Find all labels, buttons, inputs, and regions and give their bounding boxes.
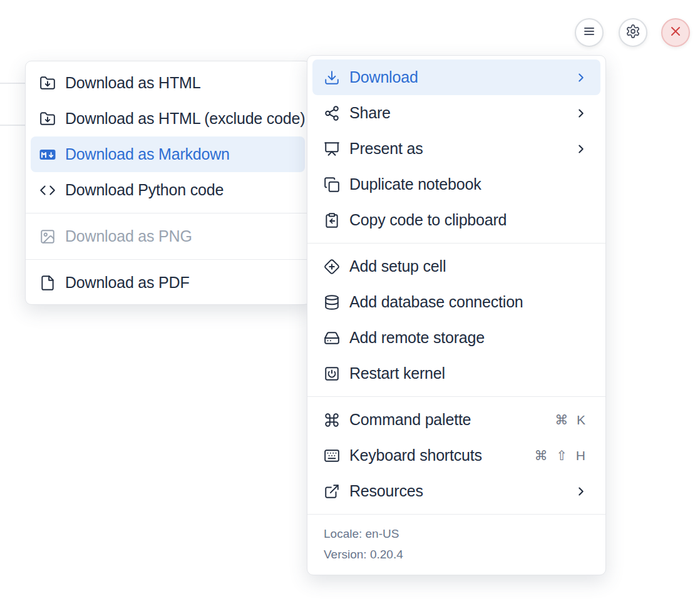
menu-item-label: Add database connection	[349, 293, 588, 311]
menu-separator	[307, 514, 605, 515]
submenu-item-label: Download as HTML (exclude code)	[65, 110, 305, 128]
submenu-item-download-png[interactable]: Download as PNG	[31, 218, 305, 254]
shortcut-hint: ⌘ ⇧ H	[535, 448, 588, 463]
file-icon	[39, 275, 56, 291]
keyboard-icon	[324, 448, 340, 464]
shortcut-hint: ⌘ K	[555, 413, 588, 428]
submenu-item-label: Download as Markdown	[65, 145, 292, 163]
external-link-icon	[324, 483, 340, 500]
menu-separator	[307, 396, 605, 397]
close-icon	[668, 24, 683, 41]
menu-item-restart-kernel[interactable]: Restart kernel	[312, 356, 600, 391]
menu-item-copy-code[interactable]: Copy code to clipboard	[312, 202, 600, 238]
submenu-item-label: Download as PNG	[65, 227, 292, 245]
menu-separator	[307, 243, 605, 244]
submenu-separator	[26, 259, 310, 260]
notebook-actions-menu: Download Share Present as Duplicate note…	[307, 55, 606, 575]
menu-item-label: Download	[349, 68, 574, 86]
submenu-item-label: Download Python code	[65, 181, 292, 199]
menu-item-add-database-connection[interactable]: Add database connection	[312, 284, 600, 320]
menu-item-resources[interactable]: Resources	[312, 473, 600, 509]
submenu-item-download-python-code[interactable]: Download Python code	[31, 172, 305, 208]
menu-item-download[interactable]: Download	[312, 59, 600, 95]
folder-download-icon	[39, 75, 56, 91]
menu-item-label: Copy code to clipboard	[349, 211, 588, 229]
chevron-right-icon	[574, 106, 588, 120]
hamburger-icon	[582, 24, 597, 41]
locale-text: Locale: en-US	[324, 527, 589, 541]
menu-footer: Locale: en-US Version: 0.20.4	[307, 520, 605, 571]
close-button[interactable]	[661, 18, 690, 47]
page-divider-line	[0, 125, 26, 126]
database-icon	[324, 294, 340, 311]
menu-item-label: Present as	[349, 140, 574, 158]
download-icon	[324, 69, 340, 86]
submenu-separator	[26, 213, 310, 213]
submenu-item-label: Download as PDF	[65, 274, 292, 292]
menu-item-share[interactable]: Share	[312, 95, 600, 131]
submenu-item-download-pdf[interactable]: Download as PDF	[31, 265, 305, 300]
page-divider-line	[0, 83, 26, 84]
command-icon	[324, 412, 340, 428]
share-icon	[324, 105, 340, 121]
duplicate-icon	[324, 177, 340, 193]
chevron-right-icon	[574, 142, 588, 156]
menu-item-present-as[interactable]: Present as	[312, 131, 600, 167]
menu-item-command-palette[interactable]: Command palette ⌘ K	[312, 402, 600, 438]
menu-item-add-remote-storage[interactable]: Add remote storage	[312, 320, 600, 356]
version-text: Version: 0.20.4	[324, 548, 589, 562]
submenu-item-download-html[interactable]: Download as HTML	[31, 65, 305, 101]
menu-item-keyboard-shortcuts[interactable]: Keyboard shortcuts ⌘ ⇧ H	[312, 438, 600, 473]
menu-button[interactable]	[575, 18, 604, 47]
settings-button[interactable]	[619, 18, 647, 47]
menu-item-label: Share	[349, 104, 574, 122]
submenu-item-download-html-exclude-code[interactable]: Download as HTML (exclude code)	[31, 101, 305, 136]
chevron-right-icon	[574, 71, 588, 85]
gear-icon	[625, 24, 641, 41]
folder-download-icon	[39, 111, 56, 127]
menu-item-label: Resources	[349, 482, 574, 500]
menu-item-label: Add remote storage	[349, 329, 588, 347]
presentation-icon	[324, 141, 340, 157]
menu-item-label: Keyboard shortcuts	[349, 446, 535, 465]
menu-item-label: Duplicate notebook	[349, 175, 588, 193]
menu-item-duplicate-notebook[interactable]: Duplicate notebook	[312, 167, 600, 202]
image-icon	[39, 228, 56, 245]
clipboard-copy-icon	[324, 212, 340, 228]
menu-item-label: Restart kernel	[349, 364, 588, 382]
download-submenu: Download as HTML Download as HTML (exclu…	[25, 61, 311, 305]
hard-drive-icon	[324, 330, 340, 346]
menu-item-label: Add setup cell	[349, 257, 588, 275]
submenu-item-download-markdown[interactable]: Download as Markdown	[31, 136, 305, 172]
code-icon	[39, 182, 56, 198]
markdown-icon	[39, 146, 56, 163]
diamond-plus-icon	[324, 259, 340, 275]
menu-item-add-setup-cell[interactable]: Add setup cell	[312, 249, 600, 284]
chevron-right-icon	[574, 485, 588, 498]
submenu-item-label: Download as HTML	[65, 74, 292, 92]
menu-item-label: Command palette	[349, 411, 555, 429]
power-icon	[324, 366, 340, 382]
